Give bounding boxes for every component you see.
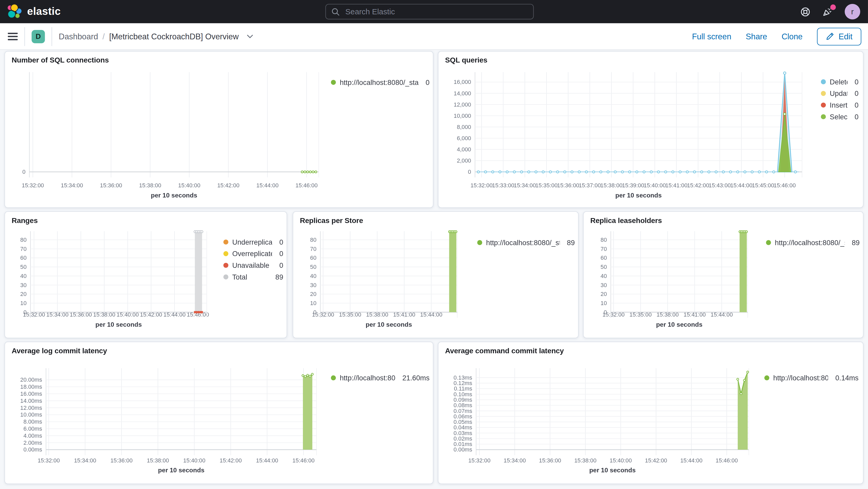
svg-text:15:46:00: 15:46:00 (295, 182, 317, 189)
svg-text:0: 0 (604, 309, 607, 315)
chart-legend: http://localhost:8080/_sta...89 (766, 237, 860, 248)
legend-item[interactable]: Overreplicated0 (223, 248, 283, 259)
svg-text:70: 70 (600, 246, 607, 252)
svg-text:0: 0 (22, 169, 26, 175)
legend-item[interactable]: Unavailable0 (223, 259, 283, 271)
svg-text:6.00ms: 6.00ms (24, 425, 42, 432)
svg-text:15:40:00: 15:40:00 (610, 457, 632, 464)
svg-text:per 10 seconds: per 10 seconds (151, 192, 197, 199)
menu-icon[interactable] (8, 33, 18, 40)
svg-text:30: 30 (600, 282, 607, 288)
share-button[interactable]: Share (746, 32, 767, 41)
svg-text:80: 80 (600, 237, 607, 243)
legend-series-label: Updates (830, 89, 847, 98)
top-nav: elastic (0, 0, 868, 23)
chart-legend: http://localhost:8080/_stat...0 (331, 77, 430, 88)
svg-text:15:34:00: 15:34:00 (74, 457, 96, 464)
panel-replica-leaseholders: Replica leaseholders15:32:0015:35:0015:3… (583, 211, 864, 338)
page-title: [Metricbeat CockroachDB] Overview (109, 32, 239, 41)
svg-text:16,000: 16,000 (454, 79, 471, 85)
legend-series-label: Inserts (830, 101, 847, 109)
svg-text:10: 10 (20, 300, 27, 306)
svg-text:14,000: 14,000 (454, 90, 471, 97)
svg-text:20.00ms: 20.00ms (20, 376, 42, 383)
legend-series-label: http://localhost:8080/_sta... (486, 238, 560, 247)
dashboard-grid: Number of SQL connections15:32:0015:34:0… (0, 50, 868, 489)
search-input[interactable] (344, 7, 528, 17)
svg-text:15:32:00: 15:32:00 (22, 182, 44, 189)
breadcrumb: Dashboard / [Metricbeat CockroachDB] Ove… (59, 32, 253, 41)
legend-series-dot-icon (821, 103, 826, 108)
panel-average-log-commit-latency: Average log commit latency15:32:0015:34:… (4, 341, 433, 484)
legend-item[interactable]: http://localhost:8080...0.14ms (764, 372, 859, 384)
svg-text:0.13ms: 0.13ms (454, 374, 472, 381)
legend-series-value: 89 (564, 238, 575, 247)
chart-legend: Underreplicated0Overreplicated0Unavailab… (223, 236, 283, 283)
svg-text:2,000: 2,000 (457, 157, 471, 164)
legend-item[interactable]: Updates0 (821, 88, 859, 99)
legend-series-dot-icon (766, 240, 771, 245)
legend-item[interactable]: http://localhost:8080/_sta...89 (477, 237, 575, 248)
chart-canvas: 15:32:0015:33:0015:34:0015:35:0015:36:00… (438, 52, 863, 208)
legend-series-value: 0 (276, 250, 283, 258)
svg-text:8.00ms: 8.00ms (24, 419, 42, 425)
global-search[interactable] (325, 4, 534, 20)
svg-text:2.00ms: 2.00ms (24, 439, 42, 446)
legend-item[interactable]: Deletes0 (821, 76, 859, 88)
legend-series-label: http://localhost:808... (340, 374, 395, 382)
svg-text:15:42:00: 15:42:00 (645, 457, 667, 464)
legend-series-label: Deletes (830, 78, 847, 86)
legend-series-value: 0 (851, 101, 859, 109)
breadcrumb-separator: / (103, 32, 105, 41)
svg-text:20: 20 (600, 291, 607, 297)
legend-item[interactable]: Selects0 (821, 111, 859, 123)
help-icon[interactable] (800, 7, 810, 17)
legend-item[interactable]: Inserts0 (821, 99, 859, 111)
dashboard-toolbar: D Dashboard / [Metricbeat CockroachDB] O… (0, 23, 868, 50)
legend-series-dot-icon (331, 80, 336, 85)
chart-canvas: 15:32:0015:35:0015:38:0015:41:0015:44:00… (584, 212, 864, 338)
chart-legend: http://localhost:8080/_sta...89 (477, 237, 575, 248)
divider (25, 27, 25, 45)
breadcrumb-dashboard[interactable]: Dashboard (59, 32, 98, 41)
legend-series-label: Total (232, 273, 247, 281)
svg-text:50: 50 (20, 264, 27, 270)
chevron-down-icon[interactable] (246, 34, 253, 38)
legend-series-value: 0 (276, 238, 283, 246)
svg-text:15:42:00: 15:42:00 (687, 182, 709, 189)
legend-series-value: 89 (272, 273, 283, 281)
svg-text:12,000: 12,000 (454, 101, 471, 108)
notification-dot (830, 4, 836, 10)
svg-text:0.00ms: 0.00ms (454, 447, 472, 453)
svg-text:15:46:00: 15:46:00 (716, 457, 738, 464)
svg-text:50: 50 (310, 264, 316, 270)
legend-series-dot-icon (223, 239, 228, 244)
legend-item[interactable]: http://localhost:808...21.60ms (331, 372, 430, 384)
svg-text:0: 0 (468, 169, 471, 175)
avatar[interactable]: r (845, 4, 861, 20)
legend-item[interactable]: Underreplicated0 (223, 236, 283, 248)
legend-item[interactable]: http://localhost:8080/_sta...89 (766, 237, 860, 248)
legend-series-dot-icon (223, 263, 228, 268)
svg-text:15:38:00: 15:38:00 (147, 457, 169, 464)
chart-legend: Deletes0Updates0Inserts0Selects0 (821, 76, 859, 123)
edit-button[interactable]: Edit (817, 27, 861, 45)
svg-text:15:34:00: 15:34:00 (514, 182, 536, 189)
svg-text:15:40:00: 15:40:00 (178, 182, 200, 189)
svg-text:0.09ms: 0.09ms (454, 397, 472, 403)
svg-text:8,000: 8,000 (457, 124, 471, 130)
svg-text:14.00ms: 14.00ms (20, 398, 42, 404)
svg-text:per 10 seconds: per 10 seconds (366, 321, 412, 328)
svg-text:15:46:00: 15:46:00 (292, 457, 315, 464)
clone-button[interactable]: Clone (781, 32, 803, 41)
elastic-logo[interactable]: elastic (0, 4, 61, 20)
legend-item[interactable]: http://localhost:8080/_stat...0 (331, 77, 430, 88)
legend-series-dot-icon (821, 114, 826, 119)
whats-new-icon[interactable] (823, 7, 832, 17)
svg-text:40: 40 (600, 273, 607, 279)
svg-text:0.03ms: 0.03ms (454, 430, 472, 436)
svg-text:15:32:00: 15:32:00 (470, 182, 493, 189)
svg-text:20: 20 (310, 291, 316, 297)
full-screen-button[interactable]: Full screen (692, 32, 731, 41)
legend-item[interactable]: Total89 (223, 271, 283, 283)
